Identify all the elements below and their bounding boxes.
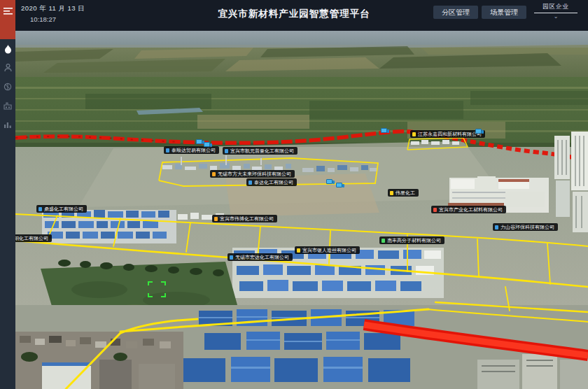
company-label[interactable]: 江苏永嘉四和新材料有限公司 (410, 130, 485, 138)
company-label[interactable]: 宜兴市伟博化工有限公司 (212, 215, 277, 222)
company-label[interactable]: 泰达化工有限公司 (246, 178, 297, 186)
globe-icon[interactable] (0, 80, 15, 94)
company-label[interactable]: 宜兴市产业化工材料有限公司 (431, 206, 506, 213)
company-label-text: 宜兴市产业化工材料有限公司 (439, 206, 503, 213)
company-label-text: 无锡市方大未来环保科技有限公司 (218, 170, 291, 178)
company-label-text: 宜兴市伟博化工有限公司 (220, 215, 274, 222)
company-marker-icon (230, 255, 233, 260)
truck-icon[interactable] (336, 183, 344, 188)
factory-icon[interactable] (0, 99, 15, 113)
company-label-text: 无锡市宏达化工有限公司 (235, 253, 289, 261)
park-enterprise-dropdown[interactable]: 园区企业 ⌄ (533, 3, 579, 20)
truck-icon[interactable] (381, 128, 389, 133)
scene-manage-button[interactable]: 场景管理 (482, 6, 526, 19)
company-label-text: 宜兴市凯元普曼化工有限公司 (230, 147, 294, 155)
company-label[interactable]: 鼎盛化工有限公司 (36, 205, 87, 213)
company-label[interactable]: 伟星化工 (388, 189, 419, 197)
company-label[interactable]: 宜兴市银人造丝有限公司 (295, 246, 360, 254)
company-marker-icon (212, 172, 216, 176)
company-marker-icon (297, 248, 300, 253)
company-label[interactable]: 力山谷环保科技有限公司 (493, 223, 558, 231)
company-label-text: 泰顺达贸易有限公司 (172, 146, 216, 154)
hamburger-icon[interactable] (0, 4, 15, 18)
company-marker-icon (248, 181, 252, 185)
company-label[interactable]: 无锡市宏达化工有限公司 (227, 253, 293, 261)
company-label-text: 力山谷环保科技有限公司 (500, 223, 554, 231)
dropdown-label: 园区企业 (533, 3, 579, 11)
person-icon[interactable] (0, 61, 15, 75)
left-toolbar (0, 0, 15, 389)
truck-icon[interactable] (204, 142, 212, 147)
company-label[interactable]: 无锡市方大未来环保科技有限公司 (210, 170, 295, 178)
company-label-text: 江苏永嘉四和新材料有限公司 (418, 130, 482, 138)
company-label-text: 伟星化工 (396, 189, 415, 197)
company-marker-icon (412, 132, 416, 136)
top-header-bar: 2020 年 11 月 13 日 10:18:27 宜兴市新材料产业园智慧管理平… (0, 0, 588, 31)
truck-icon[interactable] (475, 129, 484, 134)
company-label[interactable]: 泰顺达贸易有限公司 (164, 146, 219, 154)
company-label[interactable]: 惠丰高分子材料有限公司 (379, 236, 444, 244)
flame-icon[interactable] (0, 42, 15, 56)
chevron-down-icon: ⌄ (533, 14, 579, 20)
selection-target-box[interactable] (148, 281, 166, 297)
bar-chart-icon[interactable] (0, 118, 15, 132)
company-marker-icon (214, 217, 218, 221)
company-marker-icon (38, 207, 42, 211)
app-window: 泰顺达贸易有限公司宜兴市凯元普曼化工有限公司无锡市方大未来环保科技有限公司泰达化… (0, 0, 588, 389)
company-label-text: 鼎盛化工有限公司 (44, 205, 83, 213)
company-marker-icon (433, 208, 437, 212)
company-marker-icon (495, 225, 498, 229)
truck-icon[interactable] (326, 179, 335, 184)
company-marker-icon (382, 239, 385, 243)
zone-manage-button[interactable]: 分区管理 (433, 6, 478, 19)
company-marker-icon (390, 191, 393, 195)
company-label-text: 宜兴市银人造丝有限公司 (302, 246, 356, 254)
company-label[interactable]: 宜兴市凯元普曼化工有限公司 (223, 147, 298, 155)
company-marker-icon (225, 149, 228, 153)
company-label-text: 泰达化工有限公司 (254, 178, 293, 186)
company-label-text: 惠丰高分子材料有限公司 (387, 236, 441, 244)
company-marker-icon (166, 148, 169, 153)
